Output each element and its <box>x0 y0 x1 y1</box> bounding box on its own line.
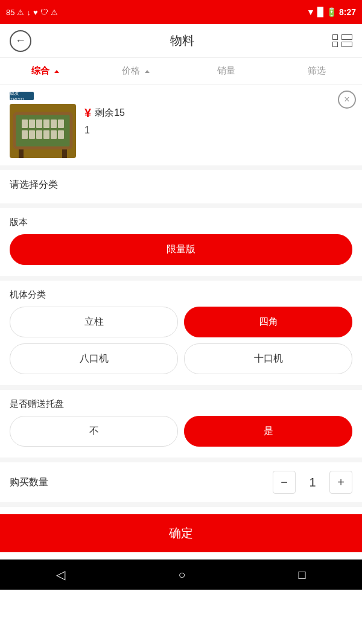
quantity-section: 购买数量 − 1 + <box>0 462 362 507</box>
remaining-text: 剩余15 <box>95 107 125 120</box>
time-display: 8:27 <box>339 7 356 17</box>
nav-home-button[interactable]: ○ <box>173 563 190 587</box>
shield-icon: 🛡 <box>40 8 48 17</box>
arrow-price-icon <box>145 70 150 73</box>
price-row: ¥ 剩余15 <box>84 106 352 120</box>
product-card: 成友 TRIYO <box>0 84 362 170</box>
header: ← 物料 <box>0 24 362 58</box>
tab-sales-label: 销量 <box>217 65 235 75</box>
battery-level: 85 <box>6 8 14 17</box>
body-type-options: 立柱 四角 八口机 十口机 <box>10 307 352 374</box>
quantity-minus-button[interactable]: − <box>273 471 296 494</box>
category-section: 请选择分类 <box>0 170 362 208</box>
product-brand: 成友 TRIYO <box>10 92 34 100</box>
grid-icon-line2 <box>341 42 352 47</box>
body-type-10port-btn[interactable]: 十口机 <box>184 343 352 374</box>
page-title: 物料 <box>170 33 194 49</box>
grid-icon-sq2 <box>332 42 338 47</box>
grid-icon-line1 <box>341 34 352 40</box>
svg-rect-15 <box>36 130 42 139</box>
warning-icon: ⚠ <box>17 8 24 17</box>
tab-price-label: 价格 <box>122 65 140 75</box>
view-toggle-button[interactable] <box>332 34 352 47</box>
nav-recent-button[interactable]: □ <box>293 563 310 587</box>
svg-rect-14 <box>29 130 35 139</box>
quantity-value: 1 <box>305 476 320 489</box>
close-button[interactable]: × <box>338 91 356 109</box>
body-type-section: 机体分类 立柱 四角 八口机 十口机 <box>0 281 362 390</box>
version-title: 版本 <box>10 217 352 228</box>
version-limited-btn[interactable]: 限量版 <box>10 234 352 265</box>
battery-icon: 🔋 <box>326 7 337 17</box>
body-type-column-btn[interactable]: 立柱 <box>10 307 178 337</box>
nav-back-button[interactable]: ◁ <box>51 563 70 587</box>
svg-rect-8 <box>29 120 35 128</box>
arrow-up-icon <box>54 70 59 73</box>
svg-rect-17 <box>51 130 57 139</box>
bottom-nav: ◁ ○ □ <box>0 560 362 590</box>
grid-icon-sq1 <box>332 34 338 40</box>
svg-rect-11 <box>51 120 57 128</box>
warning-icon-2: ⚠ <box>51 8 58 17</box>
tab-filter[interactable]: 筛选 <box>272 58 362 84</box>
svg-rect-7 <box>22 120 28 128</box>
close-icon: × <box>344 94 349 105</box>
product-info: ¥ 剩余15 1 <box>76 92 352 136</box>
quantity-label: 购买数量 <box>10 476 48 489</box>
version-section: 版本 限量版 <box>0 208 362 281</box>
tray-title: 是否赠送托盘 <box>10 398 352 410</box>
status-left: 85 ⚠ ↓ ♥ 🛡 ⚠ <box>6 8 58 17</box>
category-title: 请选择分类 <box>10 179 352 191</box>
body-type-8port-btn[interactable]: 八口机 <box>10 343 178 374</box>
tab-price[interactable]: 价格 <box>91 58 181 84</box>
svg-rect-12 <box>58 120 64 128</box>
signal-icon: ▉ <box>317 7 324 17</box>
body-type-title: 机体分类 <box>10 289 352 301</box>
tray-no-btn[interactable]: 不 <box>10 416 178 447</box>
confirm-button[interactable]: 确定 <box>0 514 362 552</box>
svg-rect-10 <box>43 120 49 128</box>
tab-filter-label: 筛选 <box>308 65 326 75</box>
mahjong-table-svg <box>10 104 76 158</box>
download-icon: ↓ <box>27 8 31 17</box>
svg-rect-18 <box>58 130 64 139</box>
svg-rect-13 <box>22 130 28 139</box>
svg-rect-16 <box>43 130 49 139</box>
version-options: 限量版 <box>10 234 352 265</box>
status-bar: 85 ⚠ ↓ ♥ 🛡 ⚠ ▼ ▉ 🔋 8:27 <box>0 0 362 24</box>
wifi-icon: ▼ <box>306 7 315 17</box>
sort-tabs: 综合 价格 销量 筛选 <box>0 58 362 84</box>
tab-comprehensive-label: 综合 <box>31 65 49 75</box>
quantity-controls: − 1 + <box>273 471 352 494</box>
svg-rect-9 <box>36 120 42 128</box>
tray-yes-btn[interactable]: 是 <box>184 416 352 447</box>
quantity-plus-button[interactable]: + <box>329 471 352 494</box>
product-image <box>10 104 76 158</box>
currency-symbol: ¥ <box>84 106 91 120</box>
body-type-corner-btn[interactable]: 四角 <box>184 307 352 337</box>
status-right: ▼ ▉ 🔋 8:27 <box>306 7 356 17</box>
tray-section: 是否赠送托盘 不 是 <box>0 390 362 462</box>
product-quantity: 1 <box>84 125 352 136</box>
brand-name: 成友 TRIYO <box>10 90 34 102</box>
tray-options: 不 是 <box>10 416 352 447</box>
tab-comprehensive[interactable]: 综合 <box>0 58 91 84</box>
back-button[interactable]: ← <box>10 30 31 52</box>
tab-sales[interactable]: 销量 <box>181 58 272 84</box>
brand-logo: 成友 TRIYO <box>10 92 34 100</box>
back-icon: ← <box>15 34 26 47</box>
heart-icon: ♥ <box>33 8 38 17</box>
